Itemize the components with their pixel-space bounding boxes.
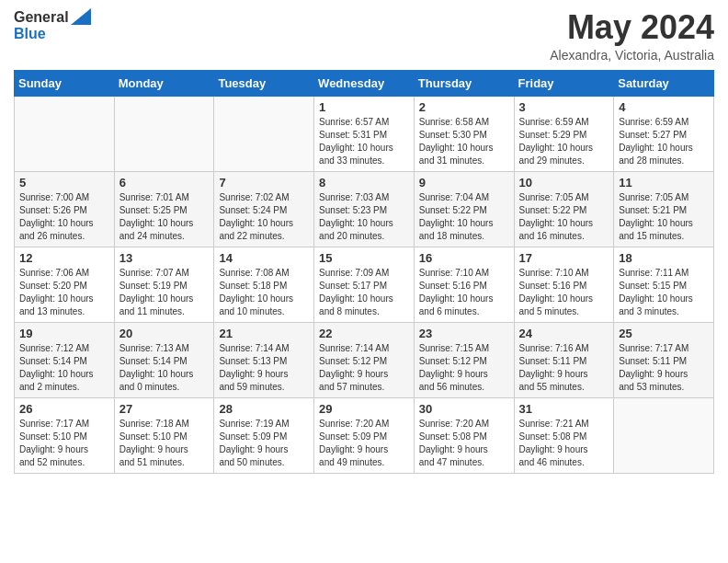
day-number: 12: [19, 251, 109, 265]
calendar-cell: [15, 96, 115, 171]
day-number: 16: [419, 251, 509, 265]
weekday-header-row: SundayMondayTuesdayWednesdayThursdayFrid…: [15, 70, 714, 96]
calendar-cell: 12Sunrise: 7:06 AMSunset: 5:20 PMDayligh…: [15, 247, 115, 322]
day-info: Sunrise: 6:59 AMSunset: 5:27 PMDaylight:…: [619, 116, 709, 167]
calendar-cell: 15Sunrise: 7:09 AMSunset: 5:17 PMDayligh…: [314, 247, 415, 322]
day-number: 10: [519, 176, 609, 190]
day-info: Sunrise: 7:10 AMSunset: 5:16 PMDaylight:…: [519, 267, 609, 318]
logo-blue: Blue: [14, 26, 46, 41]
month-title: May 2024: [550, 9, 714, 46]
day-info: Sunrise: 7:14 AMSunset: 5:13 PMDaylight:…: [219, 342, 309, 394]
day-number: 3: [519, 100, 609, 114]
day-info: Sunrise: 7:07 AMSunset: 5:19 PMDaylight:…: [119, 267, 210, 318]
calendar-cell: 17Sunrise: 7:10 AMSunset: 5:16 PMDayligh…: [514, 247, 614, 322]
svg-marker-0: [71, 8, 91, 25]
day-number: 24: [519, 327, 609, 340]
day-number: 8: [319, 176, 409, 190]
calendar-cell: [114, 96, 214, 171]
day-number: 26: [19, 402, 109, 416]
weekday-header-tuesday: Tuesday: [214, 70, 314, 96]
calendar-cell: 8Sunrise: 7:03 AMSunset: 5:23 PMDaylight…: [314, 171, 415, 247]
calendar-cell: 4Sunrise: 6:59 AMSunset: 5:27 PMDaylight…: [614, 96, 714, 171]
day-number: 9: [419, 176, 509, 190]
title-block: May 2024 Alexandra, Victoria, Australia: [550, 9, 714, 63]
day-info: Sunrise: 7:03 AMSunset: 5:23 PMDaylight:…: [319, 191, 409, 243]
weekday-header-thursday: Thursday: [414, 70, 514, 96]
day-info: Sunrise: 7:13 AMSunset: 5:14 PMDaylight:…: [119, 342, 210, 394]
calendar-cell: 28Sunrise: 7:19 AMSunset: 5:09 PMDayligh…: [214, 397, 314, 473]
location: Alexandra, Victoria, Australia: [550, 48, 714, 63]
day-info: Sunrise: 7:16 AMSunset: 5:11 PMDaylight:…: [519, 342, 609, 394]
logo-general: General: [14, 9, 69, 26]
day-info: Sunrise: 7:01 AMSunset: 5:25 PMDaylight:…: [119, 191, 210, 243]
day-info: Sunrise: 7:10 AMSunset: 5:16 PMDaylight:…: [419, 267, 509, 318]
day-number: 18: [619, 251, 709, 265]
day-info: Sunrise: 7:14 AMSunset: 5:12 PMDaylight:…: [319, 342, 409, 394]
day-info: Sunrise: 7:17 AMSunset: 5:11 PMDaylight:…: [619, 342, 709, 394]
day-info: Sunrise: 7:02 AMSunset: 5:24 PMDaylight:…: [219, 191, 309, 243]
day-number: 4: [619, 100, 709, 114]
day-info: Sunrise: 7:11 AMSunset: 5:15 PMDaylight:…: [619, 267, 709, 318]
day-number: 21: [219, 327, 309, 340]
day-info: Sunrise: 7:18 AMSunset: 5:10 PMDaylight:…: [119, 418, 210, 469]
weekday-header-wednesday: Wednesday: [314, 70, 415, 96]
calendar-week-row: 1Sunrise: 6:57 AMSunset: 5:31 PMDaylight…: [15, 96, 714, 171]
header: General Blue May 2024 Alexandra, Victori…: [14, 9, 714, 63]
day-number: 19: [19, 327, 109, 340]
day-number: 7: [219, 176, 309, 190]
page: General Blue May 2024 Alexandra, Victori…: [0, 0, 728, 563]
calendar-cell: 16Sunrise: 7:10 AMSunset: 5:16 PMDayligh…: [414, 247, 514, 322]
calendar-cell: 14Sunrise: 7:08 AMSunset: 5:18 PMDayligh…: [214, 247, 314, 322]
calendar-cell: 26Sunrise: 7:17 AMSunset: 5:10 PMDayligh…: [15, 397, 115, 473]
calendar-cell: 13Sunrise: 7:07 AMSunset: 5:19 PMDayligh…: [114, 247, 214, 322]
weekday-header-sunday: Sunday: [15, 70, 115, 96]
calendar-cell: [614, 397, 714, 473]
day-number: 6: [119, 176, 210, 190]
day-number: 30: [419, 402, 509, 416]
day-info: Sunrise: 7:04 AMSunset: 5:22 PMDaylight:…: [419, 191, 509, 243]
day-info: Sunrise: 6:58 AMSunset: 5:30 PMDaylight:…: [419, 116, 509, 167]
day-number: 29: [319, 402, 409, 416]
calendar-cell: 3Sunrise: 6:59 AMSunset: 5:29 PMDaylight…: [514, 96, 614, 171]
calendar-cell: 10Sunrise: 7:05 AMSunset: 5:22 PMDayligh…: [514, 171, 614, 247]
day-number: 31: [519, 402, 609, 416]
calendar-cell: 22Sunrise: 7:14 AMSunset: 5:12 PMDayligh…: [314, 322, 415, 397]
calendar-cell: 2Sunrise: 6:58 AMSunset: 5:30 PMDaylight…: [414, 96, 514, 171]
calendar-cell: 19Sunrise: 7:12 AMSunset: 5:14 PMDayligh…: [15, 322, 115, 397]
day-number: 23: [419, 327, 509, 340]
day-info: Sunrise: 7:06 AMSunset: 5:20 PMDaylight:…: [19, 267, 109, 318]
day-number: 2: [419, 100, 509, 114]
day-info: Sunrise: 7:20 AMSunset: 5:08 PMDaylight:…: [419, 418, 509, 469]
calendar-cell: 20Sunrise: 7:13 AMSunset: 5:14 PMDayligh…: [114, 322, 214, 397]
day-info: Sunrise: 7:08 AMSunset: 5:18 PMDaylight:…: [219, 267, 309, 318]
calendar-week-row: 12Sunrise: 7:06 AMSunset: 5:20 PMDayligh…: [15, 247, 714, 322]
calendar-cell: 1Sunrise: 6:57 AMSunset: 5:31 PMDaylight…: [314, 96, 415, 171]
day-number: 1: [319, 100, 409, 114]
day-number: 22: [319, 327, 409, 340]
calendar-cell: 6Sunrise: 7:01 AMSunset: 5:25 PMDaylight…: [114, 171, 214, 247]
calendar-cell: [214, 96, 314, 171]
calendar-cell: 11Sunrise: 7:05 AMSunset: 5:21 PMDayligh…: [614, 171, 714, 247]
day-number: 13: [119, 251, 210, 265]
day-info: Sunrise: 7:21 AMSunset: 5:08 PMDaylight:…: [519, 418, 609, 469]
day-number: 14: [219, 251, 309, 265]
day-info: Sunrise: 7:05 AMSunset: 5:22 PMDaylight:…: [519, 191, 609, 243]
day-info: Sunrise: 7:19 AMSunset: 5:09 PMDaylight:…: [219, 418, 309, 469]
calendar-cell: 27Sunrise: 7:18 AMSunset: 5:10 PMDayligh…: [114, 397, 214, 473]
day-info: Sunrise: 7:15 AMSunset: 5:12 PMDaylight:…: [419, 342, 509, 394]
calendar-cell: 21Sunrise: 7:14 AMSunset: 5:13 PMDayligh…: [214, 322, 314, 397]
logo-icon: [71, 8, 91, 25]
day-number: 5: [19, 176, 109, 190]
calendar-cell: 23Sunrise: 7:15 AMSunset: 5:12 PMDayligh…: [414, 322, 514, 397]
day-number: 28: [219, 402, 309, 416]
calendar-week-row: 19Sunrise: 7:12 AMSunset: 5:14 PMDayligh…: [15, 322, 714, 397]
logo-line1: General: [14, 9, 91, 26]
calendar-cell: 24Sunrise: 7:16 AMSunset: 5:11 PMDayligh…: [514, 322, 614, 397]
day-info: Sunrise: 7:17 AMSunset: 5:10 PMDaylight:…: [19, 418, 109, 469]
calendar-cell: 9Sunrise: 7:04 AMSunset: 5:22 PMDaylight…: [414, 171, 514, 247]
day-info: Sunrise: 7:09 AMSunset: 5:17 PMDaylight:…: [319, 267, 409, 318]
calendar-week-row: 5Sunrise: 7:00 AMSunset: 5:26 PMDaylight…: [15, 171, 714, 247]
calendar-cell: 18Sunrise: 7:11 AMSunset: 5:15 PMDayligh…: [614, 247, 714, 322]
calendar-cell: 30Sunrise: 7:20 AMSunset: 5:08 PMDayligh…: [414, 397, 514, 473]
day-number: 20: [119, 327, 210, 340]
